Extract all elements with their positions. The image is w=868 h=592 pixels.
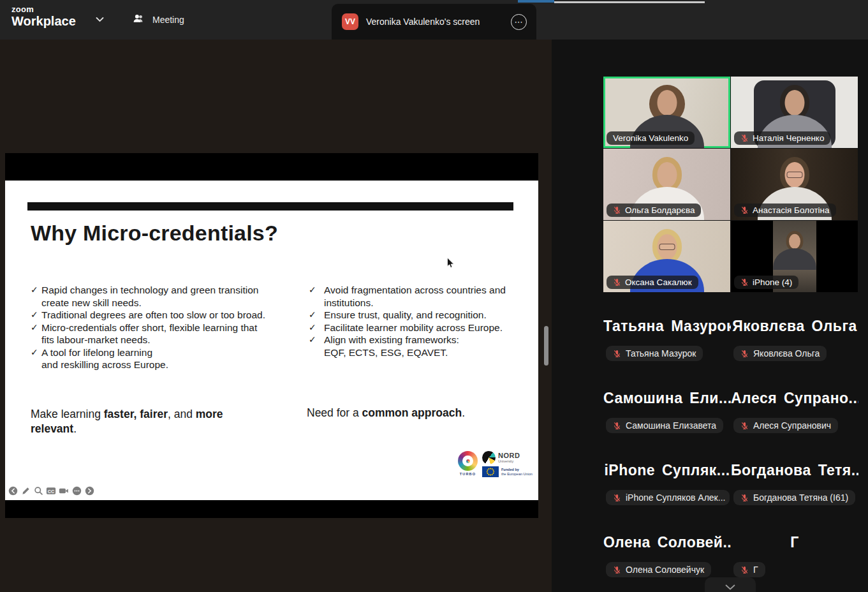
video-off-tile[interactable]: iPhone Супляк...iPhone Супляков Алек... bbox=[603, 436, 731, 508]
bullet-text: Micro-credentials offer short, flexible … bbox=[41, 322, 269, 346]
name-badge: iPhone (4) bbox=[734, 276, 798, 289]
bullet-text: Rapid changes in technology and green tr… bbox=[41, 284, 269, 309]
more-options-icon[interactable] bbox=[71, 485, 82, 496]
video-tile[interactable]: Veronika Vakulenko bbox=[603, 77, 730, 148]
magnifier-icon[interactable] bbox=[33, 485, 43, 496]
slide-bullets-left: ✓Rapid changes in technology and green t… bbox=[31, 284, 269, 371]
mouse-cursor bbox=[446, 257, 455, 272]
name-badge: Оксана Сакалюк bbox=[607, 276, 698, 289]
presentation-slide: Why Micro-credentials? ✓Rapid changes in… bbox=[5, 181, 538, 500]
participant-display-name: iPhone Супляк... bbox=[603, 462, 731, 479]
participants-panel: Veronika VakulenkoНаталія ЧерненкоОльга … bbox=[552, 40, 868, 592]
previous-slide-icon[interactable] bbox=[8, 485, 18, 496]
participant-name: Наталія Черненко bbox=[753, 133, 824, 143]
name-badge: Г bbox=[733, 562, 765, 577]
participant-video bbox=[782, 226, 807, 267]
muted-mic-icon bbox=[740, 566, 749, 574]
bullet-item: ✓Ensure trust, quality, and recognition. bbox=[309, 309, 515, 322]
participant-name: iPhone Супляков Алек... bbox=[626, 492, 725, 503]
video-off-tile[interactable]: Алеся Супрано...Алеся Супранович bbox=[731, 364, 858, 436]
participant-display-name: Самошина Ели... bbox=[603, 390, 731, 407]
bullet-text: A tool for lifelong learning and reskill… bbox=[41, 346, 168, 371]
checkmark-icon: ✓ bbox=[31, 346, 41, 371]
muted-mic-icon bbox=[740, 350, 749, 358]
bullet-item: ✓Micro-credentials offer short, flexible… bbox=[31, 322, 269, 346]
footer-text: faster, fairer bbox=[104, 408, 168, 420]
footer-text: Need for a bbox=[307, 406, 362, 419]
svg-text:CC: CC bbox=[48, 489, 54, 494]
nord-logo-sub: University bbox=[498, 459, 520, 463]
nord-logo-name: NORD bbox=[498, 452, 520, 459]
closed-captions-icon[interactable]: CC bbox=[46, 485, 56, 496]
participant-name: Самошина Елизавета bbox=[626, 420, 716, 431]
tab-meeting-label: Meeting bbox=[152, 15, 184, 25]
muted-mic-icon bbox=[740, 278, 749, 286]
muted-mic-icon bbox=[613, 206, 621, 214]
avatar: VV bbox=[342, 13, 358, 30]
participant-name: Анастасія Болотіна bbox=[753, 205, 830, 215]
video-off-tile[interactable]: Богданова Тетя...Богданова Тетяна (І61) bbox=[731, 436, 858, 508]
muted-mic-icon bbox=[613, 494, 621, 502]
muted-mic-icon bbox=[740, 134, 749, 142]
name-badge: iPhone Супляков Алек... bbox=[606, 490, 730, 505]
checkmark-icon: ✓ bbox=[31, 322, 41, 346]
nord-university-logo: NORD University bbox=[482, 451, 533, 464]
bullet-text: Facilitate learner mobility across Europ… bbox=[324, 322, 503, 334]
name-badge: Ольга Болдарєва bbox=[607, 204, 701, 217]
video-off-tile[interactable]: ГГ bbox=[731, 508, 858, 581]
eu-funding-line2: the European Union bbox=[501, 472, 533, 477]
pen-icon[interactable] bbox=[20, 485, 31, 496]
more-options-icon[interactable]: ⋯ bbox=[511, 14, 527, 30]
top-tab-bar: zoom Workplace Meeting VV Veronika Vakul… bbox=[0, 0, 868, 40]
eu-flag-icon bbox=[482, 466, 499, 477]
checkmark-icon: ✓ bbox=[309, 334, 324, 359]
video-off-tile[interactable]: Олена Соловей...Олена Соловейчук bbox=[603, 508, 731, 581]
slide-bullets-right: ✓Avoid fragmentation across countries an… bbox=[309, 284, 515, 371]
video-off-tile[interactable]: Яковлєва ОльгаЯковлєва Ольга bbox=[731, 292, 858, 364]
participant-name: Олена Соловейчук bbox=[626, 565, 704, 575]
camera-icon[interactable] bbox=[59, 485, 69, 496]
tab-meeting[interactable]: Meeting bbox=[132, 0, 184, 40]
shared-screen-stage: Why Micro-credentials? ✓Rapid changes in… bbox=[0, 40, 552, 592]
bullet-text: Avoid fragmentation across countries and… bbox=[324, 284, 515, 309]
video-tile[interactable]: Оксана Сакалюк bbox=[603, 221, 730, 292]
name-badge: Богданова Тетяна (І61) bbox=[733, 490, 855, 505]
collapse-gallery-button[interactable] bbox=[705, 577, 756, 592]
name-badge: Анастасія Болотіна bbox=[734, 204, 836, 217]
background-window-edge-light bbox=[554, 1, 705, 3]
video-tile[interactable]: Анастасія Болотіна bbox=[731, 149, 858, 220]
footer-text: common approach bbox=[362, 406, 462, 419]
chevron-down-icon[interactable] bbox=[96, 13, 104, 25]
participant-name: Veronika Vakulenko bbox=[613, 133, 688, 143]
participant-display-name: Алеся Супрано... bbox=[731, 390, 858, 407]
zoom-workplace-logo[interactable]: zoom Workplace bbox=[11, 5, 76, 29]
bullet-item: ✓Traditional degrees are often too slow … bbox=[31, 309, 269, 322]
participant-name: Оксана Сакалюк bbox=[625, 278, 692, 287]
bullet-item: ✓Avoid fragmentation across countries an… bbox=[309, 284, 515, 309]
participant-display-name: Татьяна Мазурок bbox=[603, 318, 731, 335]
bullet-item: ✓Align with existing frameworks: EQF, EC… bbox=[309, 334, 515, 359]
bullet-text: Traditional degrees are often too slow o… bbox=[41, 309, 265, 322]
video-tile[interactable]: Наталія Черненко bbox=[731, 77, 858, 148]
video-tile[interactable]: Ольга Болдарєва bbox=[603, 149, 730, 220]
participant-name: iPhone (4) bbox=[753, 278, 792, 287]
checkmark-icon: ✓ bbox=[309, 322, 324, 334]
checkmark-icon: ✓ bbox=[309, 309, 324, 322]
tab-shared-screen[interactable]: VV Veronika Vakulenko's screen ⋯ bbox=[332, 4, 536, 40]
next-slide-icon[interactable] bbox=[84, 485, 94, 496]
shared-slide-frame: Why Micro-credentials? ✓Rapid changes in… bbox=[5, 153, 538, 518]
video-tile[interactable]: iPhone (4) bbox=[731, 221, 858, 292]
muted-mic-icon bbox=[613, 566, 621, 574]
muted-mic-icon bbox=[613, 278, 621, 286]
bullet-text: Ensure trust, quality, and recognition. bbox=[324, 309, 487, 322]
video-off-tile[interactable]: Самошина Ели...Самошина Елизавета bbox=[603, 364, 731, 436]
slide-footer-right: Need for a common approach. bbox=[307, 406, 465, 420]
background-window-edge-blue bbox=[518, 0, 554, 3]
name-badge: Татьяна Мазурок bbox=[606, 346, 703, 361]
people-icon bbox=[132, 12, 145, 27]
gallery-scrollbar-thumb[interactable] bbox=[544, 326, 548, 366]
slide-title: Why Micro-credentials? bbox=[31, 221, 278, 246]
participant-display-name: Яковлєва Ольга bbox=[731, 318, 858, 335]
video-gallery: Veronika VakulenkoНаталія ЧерненкоОльга … bbox=[603, 77, 858, 292]
video-off-tile[interactable]: Татьяна МазурокТатьяна Мазурок bbox=[603, 292, 731, 364]
